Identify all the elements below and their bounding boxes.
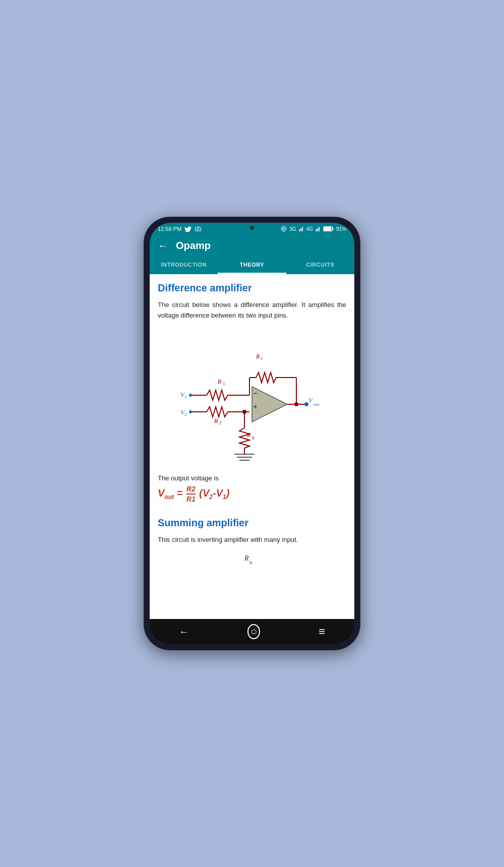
svg-text:R: R (244, 554, 249, 562)
tabs-bar: INTRODUCTION THEORY CIRCUITS (150, 257, 354, 274)
time-display: 12:58 PM (158, 226, 181, 232)
svg-rect-7 (316, 229, 317, 231)
rn-label: R n (158, 551, 346, 572)
status-left: 12:58 PM (158, 226, 202, 232)
phone-screen: 12:58 PM 3G (150, 223, 354, 644)
battery-percent: 91% (336, 226, 346, 232)
svg-text:−: − (254, 390, 257, 397)
tab-circuits[interactable]: CIRCUITS (286, 257, 354, 274)
formula-display: Vout = R2R1 (V2-V1) (158, 487, 229, 499)
status-right: 3G 4G (280, 226, 346, 232)
svg-rect-8 (317, 228, 318, 231)
svg-rect-12 (324, 227, 331, 230)
network-4g: 4G (306, 226, 313, 232)
svg-text:R: R (214, 417, 218, 424)
svg-text:+: + (254, 403, 257, 410)
nav-menu-button[interactable]: ≡ (319, 625, 325, 638)
svg-rect-4 (299, 229, 300, 231)
svg-text:2: 2 (184, 412, 187, 417)
network-3g: 3G (289, 226, 296, 232)
signal-icon (280, 226, 287, 232)
svg-text:1: 1 (184, 394, 187, 399)
svg-point-41 (304, 402, 308, 406)
signal-3g-bars (298, 226, 304, 232)
svg-text:n: n (249, 560, 252, 565)
svg-rect-6 (302, 227, 303, 231)
svg-rect-5 (300, 228, 301, 231)
formula-math: Vout = R2R1 (V2-V1) (158, 485, 346, 503)
back-button[interactable]: ← (158, 240, 168, 252)
twitter-icon (184, 226, 192, 232)
svg-point-16 (189, 394, 192, 397)
svg-rect-11 (332, 228, 333, 230)
nav-bar: ← ○ ≡ (150, 619, 354, 644)
difference-amplifier-circuit: V 1 R 1 V 2 (171, 327, 333, 468)
section2-description: This circuit is inverting amplifier with… (158, 535, 346, 545)
formula-label: The output voltage is (158, 474, 346, 482)
toolbar: ← Opamp (150, 235, 354, 257)
rn-formula: R n (237, 553, 267, 568)
svg-point-23 (189, 410, 192, 413)
section1-description: The circuit below shows a difference amp… (158, 300, 346, 321)
nav-back-button[interactable]: ← (179, 626, 189, 638)
page-title: Opamp (176, 240, 211, 252)
tab-theory[interactable]: THEORY (218, 257, 286, 274)
svg-text:g: g (252, 435, 255, 440)
content-area[interactable]: Difference amplifier The circuit below s… (150, 274, 354, 619)
camera-icon (195, 226, 202, 232)
svg-text:R: R (217, 378, 222, 385)
svg-point-3 (284, 229, 284, 229)
svg-point-40 (294, 402, 298, 406)
svg-text:out: out (313, 402, 320, 407)
nav-home-button[interactable]: ○ (247, 624, 260, 639)
section1-title: Difference amplifier (158, 282, 346, 294)
tab-introduction[interactable]: INTRODUCTION (150, 257, 218, 274)
battery-icon (323, 226, 334, 232)
signal-4g-bars (315, 226, 321, 232)
svg-point-0 (197, 228, 199, 230)
svg-rect-9 (319, 227, 320, 231)
section2-title: Summing amplifier (158, 517, 346, 529)
svg-text:2: 2 (219, 420, 222, 425)
svg-text:R: R (256, 353, 260, 360)
camera-dot (250, 226, 254, 230)
svg-text:1: 1 (223, 381, 225, 386)
svg-text:f: f (261, 356, 263, 361)
circuit-diagram-container: V 1 R 1 V 2 (158, 327, 346, 468)
phone-frame: 12:58 PM 3G (144, 217, 360, 650)
